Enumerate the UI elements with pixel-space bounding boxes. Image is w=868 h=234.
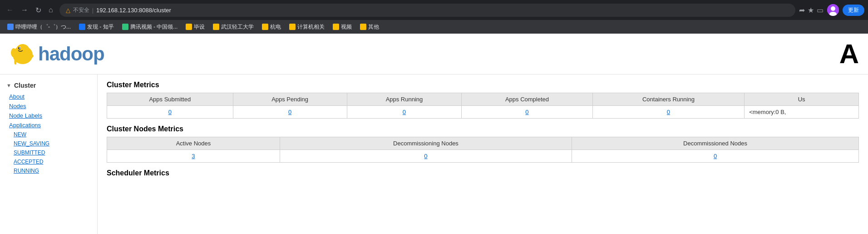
sidebar-item-new[interactable]: NEW <box>0 130 97 139</box>
wuhan-label: 武汉轻工大学 <box>221 23 254 31</box>
svg-point-6 <box>11 48 16 57</box>
bookmark-wuhan[interactable]: 武汉轻工大学 <box>209 22 257 32</box>
biye-label: 毕设 <box>194 23 205 31</box>
col-decommissioning-nodes: Decommissioning Nodes <box>280 137 572 150</box>
cluster-nodes-row: 3 0 0 <box>107 150 859 163</box>
collapse-arrow-icon[interactable]: ▼ <box>6 83 11 88</box>
cluster-metrics-row: 0 0 0 0 0 <memory:0 B, <box>107 106 859 119</box>
sidebar-item-nodes[interactable]: Nodes <box>0 101 97 111</box>
sidebar-item-node-labels[interactable]: Node Labels <box>0 111 97 120</box>
tencent-icon <box>122 24 128 30</box>
col-us: Us <box>745 93 859 106</box>
cluster-nodes-table: Active Nodes Decommissioning Nodes Decom… <box>107 137 859 163</box>
val-active-nodes[interactable]: 3 <box>107 150 280 163</box>
hadoop-logo: hadoop <box>9 41 104 66</box>
val-apps-submitted[interactable]: 0 <box>107 106 233 119</box>
hangdian-label: 杭电 <box>270 23 281 31</box>
bookmark-hangdian[interactable]: 杭电 <box>258 22 285 32</box>
sidebar: ▼ Cluster About Nodes Node Labels Applic… <box>0 75 98 234</box>
svg-point-1 <box>831 6 835 11</box>
bookmark-computer[interactable]: 计算机相关 <box>286 22 328 32</box>
sidebar-item-submitted[interactable]: SUBMITTED <box>0 148 97 157</box>
page-header-letter: A <box>839 38 859 70</box>
bookmark-bilibili[interactable]: 哔哩哔哩（゜-゜）つ... <box>4 22 74 32</box>
sidebar-item-applications[interactable]: Applications <box>0 120 97 130</box>
val-memory: <memory:0 B, <box>745 106 859 119</box>
cluster-nodes-title: Cluster Nodes Metrics <box>107 125 859 133</box>
scheduler-metrics-title: Scheduler Metrics <box>107 169 859 177</box>
warning-icon: △ <box>66 7 70 14</box>
bookmark-other[interactable]: 其他 <box>356 22 383 32</box>
address-bar[interactable]: △ 不安全 | 192.168.12.130:8088/cluster <box>59 4 795 17</box>
sidebar-item-accepted[interactable]: ACCEPTED <box>0 157 97 166</box>
biye-icon <box>186 24 192 30</box>
zhihu-label: 发现 - 知乎 <box>87 23 114 31</box>
bookmark-zhihu[interactable]: 发现 - 知乎 <box>75 22 118 32</box>
sidebar-item-running[interactable]: RUNNING <box>0 166 97 175</box>
update-button[interactable]: 更新 <box>843 5 864 16</box>
val-containers-running[interactable]: 0 <box>592 106 745 119</box>
zhihu-icon <box>79 24 85 30</box>
col-containers-running: Containers Running <box>592 93 745 106</box>
share-icon[interactable]: ➦ <box>799 6 805 15</box>
svg-point-8 <box>20 47 20 48</box>
video-label: 视频 <box>341 23 352 31</box>
back-button[interactable]: ← <box>4 4 16 16</box>
bookmarks-bar: 哔哩哔哩（゜-゜）つ... 发现 - 知乎 腾讯视频 - 中国领... 毕设 武… <box>0 20 868 34</box>
hadoop-title-text: hadoop <box>38 43 104 65</box>
page-content: hadoop A ▼ Cluster About Nodes Node Labe… <box>0 34 868 234</box>
home-button[interactable]: ⌂ <box>46 4 56 16</box>
sidebar-cluster-header: ▼ Cluster <box>0 79 97 92</box>
hangdian-icon <box>262 24 268 30</box>
main-layout: ▼ Cluster About Nodes Node Labels Applic… <box>0 75 868 234</box>
bookmark-video[interactable]: 视频 <box>329 22 355 32</box>
avatar[interactable] <box>827 4 839 16</box>
computer-icon <box>289 24 296 30</box>
nav-buttons: ← → ↻ ⌂ <box>4 4 56 16</box>
col-apps-running: Apps Running <box>347 93 462 106</box>
bilibili-label: 哔哩哔哩（゜-゜）つ... <box>15 23 71 31</box>
cast-icon[interactable]: ▭ <box>817 6 824 15</box>
separator: | <box>92 7 94 14</box>
val-decommissioning-nodes[interactable]: 0 <box>280 150 572 163</box>
cluster-metrics-title: Cluster Metrics <box>107 81 859 89</box>
cluster-label: Cluster <box>14 82 36 89</box>
bookmark-tencent[interactable]: 腾讯视频 - 中国领... <box>118 22 182 32</box>
computer-label: 计算机相关 <box>297 23 325 31</box>
col-apps-submitted: Apps Submitted <box>107 93 233 106</box>
val-apps-running[interactable]: 0 <box>347 106 462 119</box>
val-apps-completed[interactable]: 0 <box>462 106 592 119</box>
bookmark-biye[interactable]: 毕设 <box>182 22 208 32</box>
elephant-icon <box>9 41 36 66</box>
sidebar-item-about[interactable]: About <box>0 92 97 101</box>
page-header: hadoop A <box>0 34 868 75</box>
bilibili-icon <box>7 24 14 30</box>
tencent-label: 腾讯视频 - 中国领... <box>130 23 178 31</box>
content-area: Cluster Metrics Apps Submitted Apps Pend… <box>98 75 868 234</box>
refresh-button[interactable]: ↻ <box>33 4 44 16</box>
video-icon <box>333 24 339 30</box>
other-icon <box>360 24 366 30</box>
forward-button[interactable]: → <box>18 4 31 16</box>
address-text: 192.168.12.130:8088/cluster <box>96 7 171 14</box>
browser-chrome: ← → ↻ ⌂ △ 不安全 | 192.168.12.130:8088/clus… <box>0 0 868 20</box>
sidebar-item-new-saving[interactable]: NEW_SAVING <box>0 139 97 148</box>
col-apps-completed: Apps Completed <box>462 93 592 106</box>
svg-point-4 <box>16 44 29 55</box>
warning-text: 不安全 <box>73 6 89 14</box>
wuhan-icon <box>213 24 219 30</box>
other-label: 其他 <box>368 23 379 31</box>
val-apps-pending[interactable]: 0 <box>233 106 347 119</box>
val-decommissioned-nodes[interactable]: 0 <box>572 150 859 163</box>
col-decommissioned-nodes: Decommissioned Nodes <box>572 137 859 150</box>
cluster-metrics-table: Apps Submitted Apps Pending Apps Running… <box>107 93 859 119</box>
col-active-nodes: Active Nodes <box>107 137 280 150</box>
col-apps-pending: Apps Pending <box>233 93 347 106</box>
bookmark-icon[interactable]: ★ <box>808 6 814 15</box>
browser-actions: ➦ ★ ▭ <box>799 6 824 15</box>
